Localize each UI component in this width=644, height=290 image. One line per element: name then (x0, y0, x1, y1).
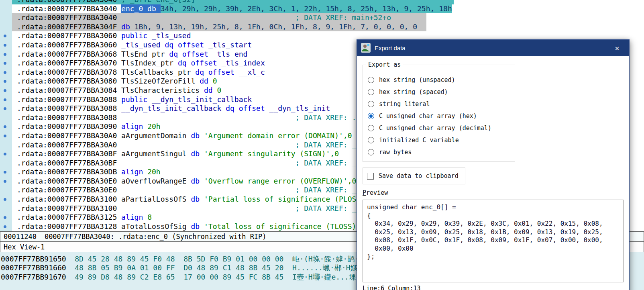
code-segment (117, 177, 121, 185)
gutter-dot-icon (4, 125, 6, 128)
code-segment (217, 59, 222, 67)
code-segment: ,0 (343, 131, 352, 140)
ida-app-icon (361, 43, 371, 53)
radio-icon[interactable] (368, 77, 374, 83)
export-option[interactable]: raw bytes (368, 146, 510, 158)
ida-window: .rdata:00007FF77BBA3040 ; _BYTE enc_0[32… (0, 0, 644, 290)
gutter-dot-icon (4, 62, 6, 65)
code-segment: db (191, 131, 200, 140)
gutter-dot-icon (4, 44, 6, 47)
export-option[interactable]: C unsigned char array (decimal) (368, 122, 510, 134)
code-segment: aArgumentDomain (121, 131, 187, 140)
gutter-dot-icon (4, 98, 6, 101)
code-segment: 1Bh, 9, 13h, 19h, 25h, 8, 1Fh, 0Ch, 1Fh,… (135, 22, 417, 31)
gutter-dot-icon (4, 153, 6, 155)
radio-label: hex string (spaced) (379, 88, 448, 96)
radio-label: hex string (unspaced) (379, 76, 455, 84)
code-segment: 20h (147, 167, 161, 176)
code-segment (66, 273, 75, 281)
code-segment: .rdata:00007FF77BBA30BF (17, 149, 117, 158)
code-segment: TlsIndex_ptr (121, 59, 173, 67)
code-segment: .rdata:00007FF77BBA3060 (17, 41, 117, 49)
code-segment (187, 177, 191, 185)
disassembly-line[interactable]: .rdata:00007FF77BBA3040; DATA XREF: main… (0, 13, 644, 22)
export-option[interactable]: hex string (unspaced) (368, 74, 510, 86)
code-segment (195, 77, 200, 85)
code-segment (173, 59, 178, 67)
code-segment: 0007FF77BB91660 (1, 263, 66, 272)
code-segment: I壺·H壣·鑨e...堁· (292, 273, 361, 281)
code-segment: db (191, 195, 200, 203)
code-segment (161, 41, 165, 49)
code-segment: .rdata:00007FF77BBA30A0 (17, 131, 117, 140)
groupbox-label: Export as (366, 61, 403, 68)
code-segment: align (121, 167, 143, 176)
code-segment: _tls_used (121, 41, 161, 49)
code-segment: ; DATA XREF: _ (296, 186, 357, 194)
code-segment: 岠·(H堍·餒·嫭·鹋· (292, 255, 359, 263)
export-option[interactable]: initialized C variable (368, 134, 510, 146)
code-segment (200, 131, 204, 140)
radio-icon[interactable] (368, 125, 374, 131)
code-segment (283, 273, 292, 281)
export-option[interactable]: C unsigned char array (hex) (368, 110, 510, 122)
code-segment: 'Total loss of significance (TLOSS)' (204, 222, 361, 231)
code-segment: _tls_end (213, 50, 248, 58)
code-segment (117, 31, 121, 40)
radio-selected-icon[interactable] (368, 113, 374, 119)
disassembly-line[interactable]: .rdata:00007FF77BBA304F db 1Bh, 9, 13h, … (0, 22, 644, 32)
clipboard-box: Save data to clipboard (363, 167, 465, 184)
code-segment: ,0 (330, 149, 339, 158)
code-segment: TlsCharacteristics (121, 86, 200, 94)
code-segment: ; DATA XREF: . (296, 113, 357, 122)
code-segment (117, 104, 121, 112)
code-segment: .rdata:00007FF77BBA3128 (17, 222, 117, 231)
code-segment (66, 263, 75, 272)
code-segment: 0 (217, 86, 222, 94)
checkbox-icon[interactable] (367, 173, 374, 180)
preview-label: Preview (363, 189, 624, 197)
code-segment: align (121, 122, 143, 131)
code-segment (143, 122, 147, 131)
code-segment: .rdata:00007FF77BBA3090 (17, 122, 117, 131)
code-segment: aPartialLossOfS (121, 195, 187, 203)
cursor-position: Line:6 Column:13 (363, 285, 624, 290)
radio-label: initialized C variable (379, 137, 459, 144)
radio-icon[interactable] (368, 89, 374, 95)
export-option[interactable]: string literal (368, 98, 510, 110)
code-segment: .rdata:00007FF77BBA30DB (17, 167, 117, 176)
code-segment: 0 (213, 77, 217, 85)
export-data-dialog: Export data ✕ Export as hex string (unsp… (357, 39, 630, 290)
code-segment: _tls_used (152, 31, 191, 40)
code-segment (208, 77, 213, 85)
code-segment: dq offset (195, 68, 234, 76)
code-segment: .rdata:00007FF77BBA3078 (17, 68, 117, 76)
code-segment (200, 177, 204, 185)
code-segment (147, 31, 152, 40)
radio-label: string literal (379, 100, 430, 108)
disassembly-line[interactable]: .rdata:00007FF77BBA3040 ; _BYTE enc_0[32… (0, 0, 644, 4)
radio-label: C unsigned char array (hex) (379, 112, 477, 120)
code-segment: align (121, 213, 143, 221)
code-segment (117, 167, 121, 176)
code-segment: 'Argument domain error (DOMAIN)' (204, 131, 343, 140)
gutter-dot-icon (4, 135, 6, 137)
code-segment (200, 222, 204, 231)
close-icon[interactable]: ✕ (609, 44, 625, 52)
dialog-titlebar[interactable]: Export data ✕ (357, 40, 629, 56)
radio-icon[interactable] (368, 101, 374, 107)
code-segment (213, 86, 217, 94)
preview-text[interactable]: unsigned char enc_0[] = { 0x34, 0x29, 0x… (363, 200, 624, 282)
radio-icon[interactable] (368, 149, 374, 155)
code-segment: H......蠟·郴·H娥 (292, 263, 357, 272)
code-segment: .rdata:00007FF77BBA30A0 (17, 141, 117, 149)
code-segment: TlsEnd_ptr (121, 50, 165, 58)
code-segment: aOverflowRangeE (121, 177, 187, 185)
code-segment (130, 22, 135, 31)
code-segment (117, 4, 121, 13)
code-segment (187, 131, 191, 140)
disassembly-line[interactable]: .rdata:00007FF77BBA3040 enc_0 db 34h, 29… (0, 4, 644, 14)
radio-icon[interactable] (368, 137, 374, 143)
code-segment: .rdata:00007FF77BBA304F (17, 22, 117, 31)
export-option[interactable]: hex string (spaced) (368, 86, 510, 98)
